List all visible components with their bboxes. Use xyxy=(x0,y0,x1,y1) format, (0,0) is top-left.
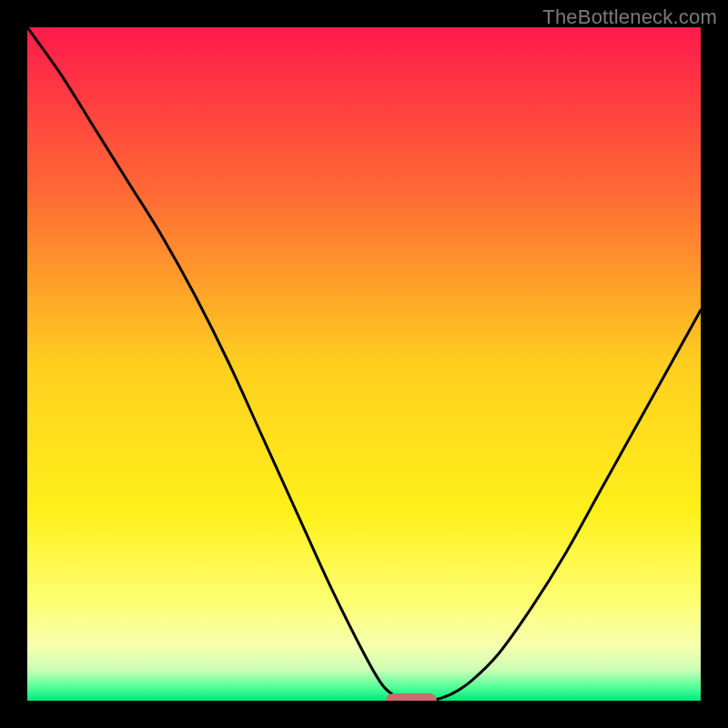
watermark-text: TheBottleneck.com xyxy=(542,5,717,29)
gradient-background xyxy=(27,27,701,701)
chart-frame: TheBottleneck.com xyxy=(0,0,728,728)
optimal-marker xyxy=(386,693,437,701)
plot-area xyxy=(27,27,701,701)
chart-svg xyxy=(27,27,701,701)
